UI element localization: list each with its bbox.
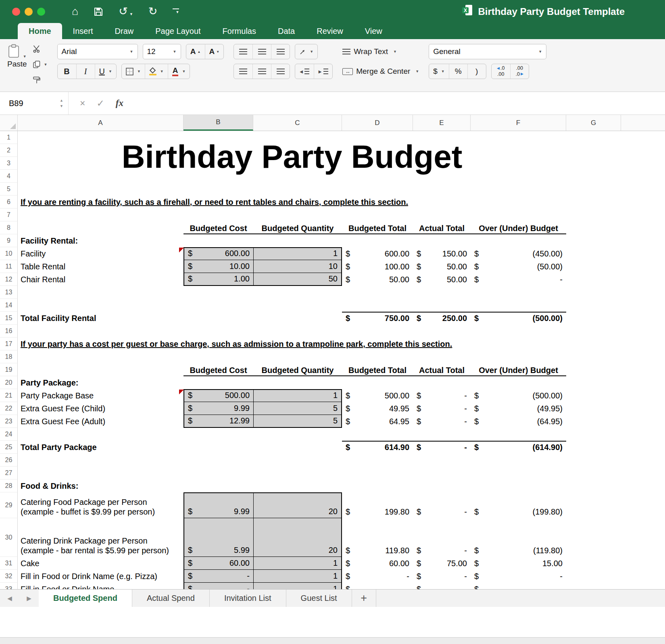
copy-icon[interactable]: ▼: [33, 60, 48, 69]
cell-G11[interactable]: [566, 260, 621, 273]
row-header-4[interactable]: 4: [0, 170, 18, 183]
cell-F32[interactable]: $-: [471, 570, 566, 583]
cell-row-4[interactable]: [18, 170, 665, 183]
add-sheet-button[interactable]: +: [352, 590, 376, 607]
font-color-button[interactable]: A▼: [168, 64, 190, 79]
cell-B25[interactable]: [183, 441, 253, 454]
comma-format-button[interactable]: ): [467, 64, 486, 79]
row-header-19[interactable]: 19: [0, 363, 18, 376]
align-right-button[interactable]: [271, 64, 290, 79]
underline-button[interactable]: U▼: [95, 64, 116, 79]
cell-G23[interactable]: [566, 415, 621, 428]
text-orientation-button[interactable]: ▼: [295, 44, 317, 59]
cell-note-17[interactable]: If your party has a cost per guest or ba…: [18, 338, 665, 350]
row-header-31[interactable]: 31: [0, 557, 18, 570]
cell-C32[interactable]: 1: [253, 570, 342, 583]
cell-E25[interactable]: $-: [413, 441, 471, 454]
cell-C30[interactable]: 20: [253, 518, 342, 557]
cell-D8[interactable]: Budgeted Total: [342, 221, 413, 234]
cell-F15[interactable]: $(500.00): [471, 312, 566, 325]
row-header-9[interactable]: 9: [0, 234, 18, 247]
currency-format-button[interactable]: $▼: [429, 64, 449, 79]
next-sheet-arrow[interactable]: ▶: [19, 590, 39, 607]
cell-row-27[interactable]: [18, 467, 665, 479]
cell-E30[interactable]: $-: [413, 518, 471, 557]
cell-A28[interactable]: Food & Drinks:: [18, 479, 183, 492]
cell-D11[interactable]: $100.00: [342, 260, 413, 273]
cell-D32[interactable]: $-: [342, 570, 413, 583]
cell-F19[interactable]: Over (Under) Budget: [471, 363, 566, 376]
row-header-6[interactable]: 6: [0, 196, 18, 208]
cell-F10[interactable]: $(450.00): [471, 247, 566, 260]
sheet-tab-guest-list[interactable]: Guest List: [286, 590, 352, 607]
cell-B11[interactable]: $10.00: [183, 260, 253, 273]
decrease-font-size-button[interactable]: A▼: [205, 44, 224, 59]
cell-E22[interactable]: $-: [413, 402, 471, 415]
cell-B15[interactable]: [183, 312, 253, 325]
cell-A20[interactable]: Party Package:: [18, 376, 183, 389]
cell-B22[interactable]: $9.99: [183, 402, 253, 415]
row-header-3[interactable]: 3: [0, 157, 18, 170]
zoom-window-button[interactable]: [37, 8, 45, 16]
cell-E23[interactable]: $-: [413, 415, 471, 428]
cell-F23[interactable]: $(64.95): [471, 415, 566, 428]
cell-F22[interactable]: $(49.95): [471, 402, 566, 415]
cell-D21[interactable]: $500.00: [342, 389, 413, 402]
cell-C31[interactable]: 1: [253, 557, 342, 570]
cell-C23[interactable]: 5: [253, 415, 342, 428]
cell-B10[interactable]: $600.00: [183, 247, 253, 260]
cell-B33[interactable]: $-: [183, 583, 253, 589]
decrease-indent-button[interactable]: ◀: [295, 64, 314, 79]
redo-icon[interactable]: ↻: [148, 6, 158, 17]
column-header-B[interactable]: B: [183, 115, 253, 131]
row-header-8[interactable]: 8: [0, 221, 18, 234]
cell-C19[interactable]: Budgeted Quantity: [253, 363, 342, 376]
cell-G31[interactable]: [566, 557, 621, 570]
cell-E10[interactable]: $150.00: [413, 247, 471, 260]
close-window-button[interactable]: [12, 8, 20, 16]
cell-F12[interactable]: $-: [471, 273, 566, 286]
cell-C29[interactable]: 20: [253, 492, 342, 518]
previous-sheet-arrow[interactable]: ◀: [0, 590, 19, 607]
home-icon[interactable]: ⌂: [72, 6, 78, 17]
cell-C22[interactable]: 5: [253, 402, 342, 415]
cell-C8[interactable]: Budgeted Quantity: [253, 221, 342, 234]
cell-E32[interactable]: $-: [413, 570, 471, 583]
cell-D19[interactable]: Budgeted Total: [342, 363, 413, 376]
row-header-29[interactable]: 29: [0, 492, 18, 518]
cell-A12[interactable]: Chair Rental: [18, 273, 183, 286]
ribbon-tab-formulas[interactable]: Formulas: [212, 23, 267, 39]
row-header-17[interactable]: 17: [0, 338, 18, 350]
cell-E11[interactable]: $50.00: [413, 260, 471, 273]
cell-G15[interactable]: [566, 312, 621, 325]
cell-row-13[interactable]: [18, 286, 665, 299]
format-painter-icon[interactable]: [33, 76, 48, 84]
undo-dropdown-caret[interactable]: ▼: [129, 13, 133, 16]
align-bottom-button[interactable]: [271, 44, 290, 59]
cell-D29[interactable]: $199.80: [342, 492, 413, 518]
column-header-D[interactable]: D: [342, 115, 413, 131]
wrap-text-button[interactable]: Wrap Text ▼: [342, 44, 419, 59]
undo-button[interactable]: ↺▼: [119, 6, 133, 17]
cell-A15[interactable]: Total Facility Rental: [18, 312, 183, 325]
cell-row-14[interactable]: [18, 299, 665, 312]
row-header-30[interactable]: 30: [0, 518, 18, 557]
fill-color-button[interactable]: ▼: [145, 64, 168, 79]
cell-C11[interactable]: 10: [253, 260, 342, 273]
cell-D31[interactable]: $60.00: [342, 557, 413, 570]
formula-input[interactable]: [123, 92, 665, 115]
row-header-28[interactable]: 28: [0, 479, 18, 492]
ribbon-tab-view[interactable]: View: [354, 23, 393, 39]
select-all-corner[interactable]: [0, 115, 18, 131]
cell-C12[interactable]: 50: [253, 273, 342, 286]
cell-D25[interactable]: $614.90: [342, 441, 413, 454]
ribbon-tab-draw[interactable]: Draw: [104, 23, 145, 39]
cell-A10[interactable]: Facility: [18, 247, 183, 260]
row-header-22[interactable]: 22: [0, 402, 18, 415]
row-header-27[interactable]: 27: [0, 467, 18, 479]
sheet-tab-budgeted-spend[interactable]: Budgeted Spend: [39, 590, 132, 607]
row-header-32[interactable]: 32: [0, 570, 18, 583]
cell-B29[interactable]: $9.99: [183, 492, 253, 518]
cell-F29[interactable]: $(199.80): [471, 492, 566, 518]
cell-A32[interactable]: Fill in Food or Drink Name (e.g. Pizza): [18, 570, 183, 583]
